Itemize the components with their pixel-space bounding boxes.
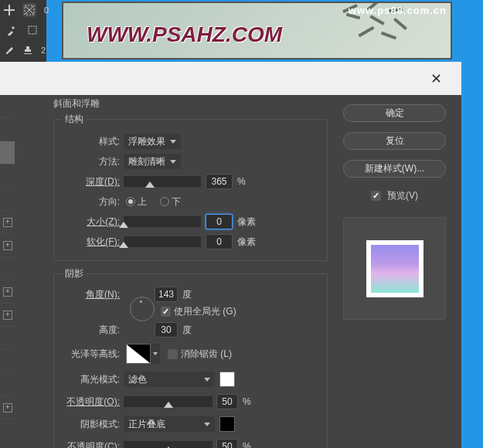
tool-num-2: 2 bbox=[41, 46, 46, 55]
shadow-color-swatch[interactable] bbox=[219, 416, 235, 432]
close-icon[interactable]: ✕ bbox=[423, 66, 450, 91]
highlight-opacity-unit: % bbox=[243, 396, 251, 407]
soften-label: 软化(F): bbox=[62, 236, 124, 249]
depth-unit: % bbox=[237, 176, 246, 187]
direction-down-label: 下 bbox=[172, 195, 181, 209]
tool-num-1: 0 bbox=[44, 5, 49, 15]
desktop-sliver bbox=[461, 62, 483, 448]
eyedropper-icon[interactable] bbox=[4, 23, 18, 37]
shadow-opacity-label: 不透明度(C): bbox=[62, 440, 124, 449]
highlight-mode-combo[interactable]: 滤色 bbox=[124, 372, 215, 387]
angle-input[interactable]: 143 bbox=[155, 287, 178, 302]
add-effect-icon[interactable]: + bbox=[3, 218, 12, 227]
dialog-right-panel: 确定 复位 新建样式(W)... 预览(V) bbox=[328, 95, 461, 448]
new-style-button[interactable]: 新建样式(W)... bbox=[343, 160, 446, 178]
dialog-titlebar: ✕ bbox=[0, 62, 461, 95]
shading-legend: 阴影 bbox=[62, 267, 87, 280]
shadow-mode-combo[interactable]: 正片叠底 bbox=[124, 416, 215, 432]
left-toolbar: 0 2 bbox=[0, 0, 46, 62]
highlight-opacity-label: 不透明度(O): bbox=[62, 395, 124, 409]
global-light-checkbox[interactable] bbox=[161, 307, 171, 317]
brush-icon[interactable] bbox=[4, 43, 15, 57]
marquee-icon[interactable] bbox=[26, 23, 39, 37]
reset-button[interactable]: 复位 bbox=[343, 132, 446, 150]
altitude-unit: 度 bbox=[182, 324, 192, 337]
contour-label: 光泽等高线: bbox=[62, 348, 124, 361]
plus-tool-icon[interactable] bbox=[4, 3, 15, 17]
preview-thumbnail bbox=[343, 217, 446, 320]
antialias-checkbox[interactable] bbox=[168, 349, 178, 359]
shading-group: 阴影 角度(N): 143 度 使用全局光 (G) 高度: 3 bbox=[53, 267, 328, 448]
ok-button[interactable]: 确定 bbox=[343, 104, 446, 122]
svg-rect-1 bbox=[29, 26, 36, 34]
add-effect-icon[interactable]: + bbox=[3, 287, 12, 297]
structure-group: 结构 样式: 浮雕效果 方法: 雕刻清晰 深度(D): 365 % bbox=[53, 113, 328, 261]
shadow-opacity-unit: % bbox=[243, 441, 251, 448]
size-slider[interactable] bbox=[124, 216, 201, 227]
add-effect-icon[interactable]: + bbox=[3, 311, 12, 320]
watermark-url: www.ps88.com.cn bbox=[349, 5, 447, 16]
header-banner: www.ps88.com.cn WWW.PSAHZ.COM bbox=[62, 2, 452, 59]
soften-slider[interactable] bbox=[124, 236, 201, 247]
direction-up-label: 上 bbox=[138, 195, 147, 209]
soften-input[interactable]: 0 bbox=[206, 234, 233, 249]
antialias-label: 消除锯齿 (L) bbox=[181, 348, 232, 361]
add-effect-icon[interactable]: + bbox=[3, 403, 12, 412]
add-effect-icon[interactable]: + bbox=[3, 241, 12, 250]
size-input[interactable]: 0 bbox=[206, 214, 233, 229]
direction-up-radio[interactable] bbox=[126, 197, 135, 206]
highlight-color-swatch[interactable] bbox=[219, 372, 235, 387]
style-list-edge: + + + + + bbox=[0, 95, 15, 448]
altitude-label: 高度: bbox=[62, 324, 124, 337]
highlight-mode-label: 高光模式: bbox=[62, 373, 124, 386]
size-label: 大小(Z): bbox=[62, 216, 124, 229]
method-label: 方法: bbox=[62, 155, 124, 168]
altitude-input[interactable]: 30 bbox=[155, 322, 178, 338]
style-combo[interactable]: 浮雕效果 bbox=[124, 134, 181, 149]
contour-dropdown-icon[interactable] bbox=[151, 344, 160, 364]
depth-input[interactable]: 365 bbox=[206, 174, 233, 189]
main-settings-panel: 斜面和浮雕 结构 样式: 浮雕效果 方法: 雕刻清晰 深度(D): 365 bbox=[15, 95, 328, 448]
method-combo[interactable]: 雕刻清晰 bbox=[124, 154, 181, 169]
crosshatch-tool-icon[interactable] bbox=[22, 3, 36, 17]
depth-label: 深度(D): bbox=[62, 175, 124, 188]
preview-checkbox[interactable] bbox=[371, 191, 381, 201]
structure-legend: 结构 bbox=[62, 113, 87, 126]
highlight-opacity-input[interactable]: 50 bbox=[216, 394, 238, 409]
direction-down-radio[interactable] bbox=[160, 197, 169, 206]
angle-dial[interactable] bbox=[130, 297, 155, 321]
depth-slider[interactable] bbox=[124, 176, 201, 187]
layer-style-dialog: ✕ + + + + + 斜面和浮雕 结构 样式: 浮雕效果 bbox=[0, 62, 461, 448]
angle-unit: 度 bbox=[182, 288, 192, 301]
preview-label: 预览(V) bbox=[387, 189, 418, 202]
contour-swatch[interactable] bbox=[126, 344, 151, 364]
shadow-mode-label: 阴影模式: bbox=[62, 418, 124, 431]
soften-unit: 像素 bbox=[237, 236, 256, 249]
angle-label: 角度(N): bbox=[62, 288, 124, 301]
style-label: 样式: bbox=[62, 135, 124, 148]
section-title: 斜面和浮雕 bbox=[53, 97, 328, 110]
direction-label: 方向: bbox=[62, 195, 124, 209]
banner-title: WWW.PSAHZ.COM bbox=[87, 22, 282, 47]
stamp-icon[interactable] bbox=[22, 43, 33, 57]
shadow-opacity-input[interactable]: 50 bbox=[216, 439, 238, 448]
style-row-active[interactable] bbox=[0, 141, 15, 165]
size-unit: 像素 bbox=[237, 216, 256, 229]
global-light-label: 使用全局光 (G) bbox=[174, 305, 236, 318]
shadow-opacity-slider[interactable] bbox=[124, 441, 213, 448]
highlight-opacity-slider[interactable] bbox=[124, 396, 213, 407]
